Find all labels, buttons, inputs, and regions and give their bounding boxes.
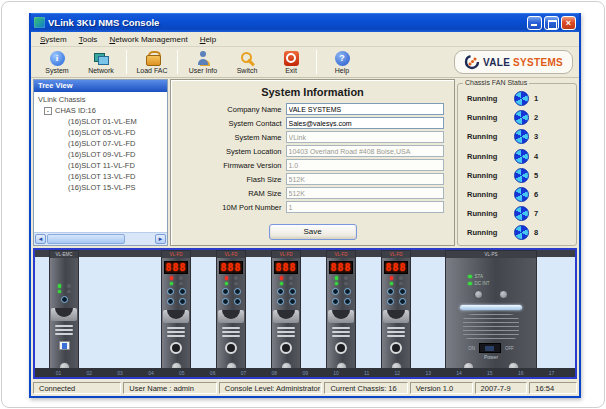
- fan-status-text: Running: [467, 94, 514, 103]
- form-row: System Name: [171, 131, 454, 143]
- close-button[interactable]: ×: [561, 16, 576, 30]
- tree-slot-item[interactable]: (16)SLOT 15-VL-PS: [34, 182, 167, 193]
- chassis-module-fd[interactable]: VL-FD 888: [216, 250, 246, 375]
- fan-icon: [514, 149, 529, 164]
- fan-status-text: Running: [467, 132, 514, 141]
- chassis-module-emc[interactable]: VL-EMC: [49, 250, 79, 375]
- slot-number: 15: [487, 370, 493, 376]
- slot-number: 09: [302, 370, 308, 376]
- system-icon: i: [50, 51, 65, 66]
- toolbar-user-info-button[interactable]: User Info: [181, 48, 225, 76]
- status-current-chassis: Current Chassis: 16: [324, 382, 407, 394]
- slot-number: 01: [56, 370, 62, 376]
- flash-size-input: [286, 173, 444, 185]
- slot-number: 13: [425, 370, 431, 376]
- field-label: Firmware Version: [182, 161, 282, 170]
- tree-node-chassis[interactable]: - CHAS ID:16: [34, 105, 167, 116]
- fan-icon: [514, 187, 529, 202]
- psu-light-bar: [460, 305, 522, 310]
- system-contact-input[interactable]: [286, 117, 444, 129]
- led-row: [170, 276, 183, 280]
- save-button[interactable]: Save: [269, 224, 357, 240]
- company-name-input[interactable]: [286, 103, 444, 115]
- fan-number: 8: [534, 228, 538, 237]
- jack-row: [167, 298, 186, 305]
- field-label: Company Name: [182, 105, 282, 114]
- round-connector: [280, 342, 292, 354]
- vent-slots: [387, 327, 405, 337]
- menu-tools[interactable]: Tools: [74, 34, 103, 45]
- menu-network-management[interactable]: Network Management: [104, 34, 192, 45]
- slot-number: 17: [549, 370, 555, 376]
- logo-suffix-text: SYSTEMS: [513, 57, 563, 68]
- form-row: System Location: [171, 145, 454, 157]
- scrollbar-thumb[interactable]: [47, 234, 125, 244]
- chassis-front-view[interactable]: VL-EMC VL-FD 888: [33, 248, 577, 379]
- slot-number: 05: [179, 370, 185, 376]
- status-date: 2007-7-9: [475, 382, 528, 394]
- toolbar-system-button[interactable]: i System: [35, 48, 79, 76]
- tree-horizontal-scrollbar[interactable]: ◄ ►: [34, 232, 167, 245]
- panel-title: System Information: [171, 86, 454, 98]
- led-row: [280, 276, 293, 280]
- fan-status-row: Running 4: [458, 147, 576, 166]
- minimize-button[interactable]: [527, 16, 542, 30]
- chassis-module-fd[interactable]: VL-FD 888: [271, 250, 301, 375]
- toolbar-help-button[interactable]: ? Help: [320, 48, 364, 76]
- fan-status-row: Running 8: [458, 223, 576, 242]
- toolbar-exit-button[interactable]: Exit: [269, 48, 313, 76]
- tree-slot-item[interactable]: (16)SLOT 01-VL-EM: [34, 116, 167, 127]
- chassis-slot-number-rail: 01 02 03 04 05 06 07 08 09 10 11 12 13 1…: [35, 368, 575, 377]
- tree-slot-item[interactable]: (16)SLOT 13-VL-FD: [34, 171, 167, 182]
- menu-help[interactable]: Help: [195, 34, 221, 45]
- title-bar[interactable]: VLink 3KU NMS Console ×: [31, 13, 579, 32]
- user-edit-icon: [196, 51, 211, 66]
- fan-status-text: Running: [467, 190, 514, 199]
- menu-system[interactable]: System: [35, 34, 72, 45]
- jack-row: [61, 296, 68, 303]
- tree-slot-item[interactable]: (16)SLOT 05-VL-FD: [34, 127, 167, 138]
- toolbar-switch-button[interactable]: Switch: [225, 48, 269, 76]
- collapse-expander-icon[interactable]: -: [44, 107, 52, 115]
- chassis-module-fd[interactable]: VL-FD 888: [326, 250, 356, 375]
- fan-icon: [514, 129, 529, 144]
- tree-slot-item[interactable]: (16)SLOT 09-VL-FD: [34, 149, 167, 160]
- key-icon: [240, 51, 255, 66]
- toolbar-load-fac-button[interactable]: Load FAC: [130, 48, 174, 76]
- chassis-module-fd[interactable]: VL-FD 888: [161, 250, 191, 375]
- window-controls: ×: [527, 16, 576, 30]
- psu-led-label: DC INT: [475, 281, 490, 286]
- slot-number: 03: [117, 370, 123, 376]
- module-label: VL-PS: [446, 251, 536, 258]
- seven-segment-display: 888: [219, 261, 243, 274]
- app-window: VLink 3KU NMS Console × System Tools Net…: [29, 13, 581, 398]
- vent-slots: [277, 327, 295, 337]
- chassis-module-ps[interactable]: VL-PS STA DC INT: [445, 250, 537, 375]
- tree-slot-item[interactable]: (16)SLOT 07-VL-FD: [34, 138, 167, 149]
- form-row: Flash Size: [171, 173, 454, 185]
- chassis-module-fd[interactable]: VL-FD 888: [381, 250, 411, 375]
- tree-node-chassis-label: CHAS ID:16: [55, 105, 96, 116]
- tree-root-vlink-chassis[interactable]: VLink Chassis: [34, 94, 167, 105]
- jack-row: [332, 288, 351, 295]
- maximize-button[interactable]: [544, 16, 559, 30]
- chassis-fan-status-panel: Chassis FAN Status Running 1 Running 2 R…: [457, 83, 577, 246]
- tree-slot-item[interactable]: (16)SLOT 11-VL-FD: [34, 160, 167, 171]
- led-row: [390, 276, 403, 280]
- toolbar-network-button[interactable]: Network: [79, 48, 123, 76]
- jack-row: [277, 288, 296, 295]
- scroll-left-arrow-icon[interactable]: ◄: [35, 234, 46, 244]
- jack-row: [387, 288, 406, 295]
- vent-slots: [222, 327, 240, 337]
- status-version: Version 1.0: [410, 382, 473, 394]
- round-connector: [225, 342, 237, 354]
- led-row: [170, 282, 183, 286]
- module-label: VL-FD: [217, 251, 245, 258]
- scroll-right-arrow-icon[interactable]: ►: [155, 234, 166, 244]
- module-handle: [273, 310, 299, 323]
- form-row: RAM Size: [171, 187, 454, 199]
- fan-panel-legend: Chassis FAN Status: [463, 79, 529, 86]
- psu-round-button: [474, 290, 483, 299]
- slot-number: 07: [241, 370, 247, 376]
- psu-led-label: STA: [475, 274, 483, 279]
